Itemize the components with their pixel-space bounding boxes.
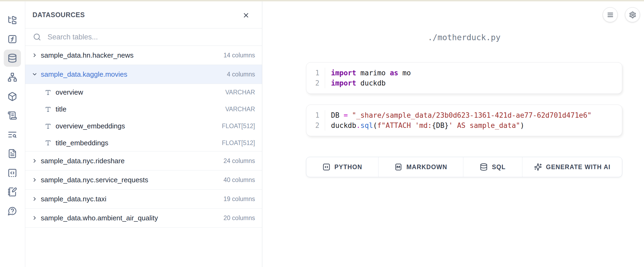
column-count: 40 columns (223, 176, 255, 184)
folder-tree-icon (8, 15, 17, 25)
token-pl (348, 111, 352, 119)
column-count: 20 columns (223, 214, 255, 222)
table-search-bar (25, 28, 262, 46)
rail-item-packages[interactable] (4, 88, 21, 105)
code-line: duckdb.sql(f"ATTACH 'md:{DB}' AS sample_… (331, 120, 622, 131)
column-name: title (56, 105, 66, 113)
file-text-icon (8, 149, 17, 158)
message-question-icon (8, 206, 17, 216)
line-number-gutter: 12 (306, 68, 325, 88)
rail-item-file-explorer[interactable] (4, 12, 21, 29)
cell-editor: 12import marimo as moimport duckdb (306, 68, 622, 88)
notebook-pen-icon (8, 187, 17, 197)
chevron-right-icon (32, 158, 38, 164)
rail-item-dependencies[interactable] (4, 69, 21, 86)
token-fn: sql (361, 121, 373, 129)
column-count: 19 columns (223, 195, 255, 203)
datasources-panel: DATASOURCES sample_data.hn.hacker_news14… (25, 1, 262, 267)
token-op: . (356, 121, 361, 129)
token-pl: marimo (356, 69, 390, 77)
datasource-table-row[interactable]: sample_data.nyc.rideshare24 columns (25, 151, 262, 170)
function-square-icon (8, 34, 17, 44)
type-icon (45, 123, 51, 129)
code-line: DB = "_share/sample_data/23b0d623-1361-4… (331, 110, 622, 120)
package-icon (8, 92, 17, 101)
token-pl: duckdb (356, 79, 386, 87)
rail-item-documentation[interactable] (4, 145, 21, 162)
token-pl: DB (331, 111, 344, 119)
rail-item-snippets[interactable] (4, 164, 21, 181)
add-cell-button-markdown[interactable]: MARKDOWN (379, 157, 463, 177)
rail-item-chat[interactable] (4, 202, 21, 220)
notebook-menu-button[interactable] (603, 7, 618, 22)
chevron-right-icon (32, 177, 38, 183)
column-type: VARCHAR (225, 106, 255, 113)
chevron-right-icon (32, 196, 38, 202)
rail-item-datasources[interactable] (4, 50, 21, 67)
token-kw: import (331, 69, 356, 77)
datasource-column-row[interactable]: overviewVARCHAR (25, 84, 262, 101)
close-panel-button[interactable] (241, 10, 251, 21)
add-cell-button-label: PYTHON (334, 164, 362, 171)
token-str: "_share/sample_data/23b0d623-1361-421d-a… (352, 111, 591, 119)
line-number: 2 (306, 120, 319, 131)
add-cell-button-generate-with-ai[interactable]: GENERATE WITH AI (522, 157, 622, 177)
add-cell-bar: PYTHONMARKDOWNSQLGENERATE WITH AI (306, 157, 622, 177)
code-line: import duckdb (331, 78, 622, 88)
column-type: FLOAT[512] (222, 139, 255, 147)
column-name: overview_embeddings (56, 122, 125, 130)
datasource-column-row[interactable]: title_embeddingsFLOAT[512] (25, 135, 262, 151)
database-icon (8, 53, 17, 63)
add-cell-button-sql[interactable]: SQL (463, 157, 522, 177)
chevron-down-icon (32, 71, 38, 77)
datasource-table-row[interactable]: sample_data.who.ambient_air_quality20 co… (25, 209, 262, 228)
database-icon (480, 163, 488, 171)
column-name: title_embeddings (56, 139, 108, 147)
column-count: 14 columns (223, 52, 255, 59)
token-op: = (344, 111, 348, 119)
sparkles-icon (534, 163, 542, 171)
rail-item-tracing[interactable] (4, 126, 21, 143)
code-cell[interactable]: 12import marimo as moimport duckdb (306, 62, 622, 94)
token-pl: mo (398, 69, 411, 77)
code-cell[interactable]: 12DB = "_share/sample_data/23b0d623-1361… (306, 105, 622, 136)
datasource-table-row[interactable]: sample_data.hn.hacker_news14 columns (25, 46, 262, 65)
rail-item-variables[interactable] (4, 31, 21, 48)
chevron-right-icon (32, 52, 38, 58)
table-name: sample_data.hn.hacker_news (41, 51, 133, 60)
add-cell-button-python[interactable]: PYTHON (306, 157, 379, 177)
rail-item-logs[interactable] (4, 107, 21, 124)
column-type: FLOAT[512] (222, 123, 255, 130)
code-area: DB = "_share/sample_data/23b0d623-1361-4… (325, 110, 622, 131)
datasource-table-row[interactable]: sample_data.nyc.service_requests40 colum… (25, 170, 262, 190)
datasources-panel-header: DATASOURCES (25, 1, 262, 28)
datasource-table-row[interactable]: sample_data.kaggle.movies4 columns (25, 65, 262, 84)
add-cell-button-label: MARKDOWN (406, 164, 447, 171)
chevron-right-icon (32, 215, 38, 221)
token-kw: as (390, 69, 398, 77)
table-name: sample_data.who.ambient_air_quality (41, 214, 158, 222)
code-line: import marimo as mo (331, 68, 622, 78)
token-pl: duckdb (331, 121, 356, 129)
rail-item-scratchpad[interactable] (4, 183, 21, 201)
search-icon (33, 33, 41, 41)
panel-title: DATASOURCES (32, 11, 85, 19)
settings-button[interactable] (625, 7, 640, 22)
column-count: 24 columns (223, 157, 255, 165)
datasource-column-row[interactable]: titleVARCHAR (25, 101, 262, 118)
table-name: sample_data.nyc.rideshare (41, 157, 125, 165)
network-icon (8, 72, 17, 82)
search-input[interactable] (47, 33, 262, 42)
line-number: 2 (306, 78, 319, 88)
datasource-column-row[interactable]: overview_embeddingsFLOAT[512] (25, 118, 262, 135)
datasource-table-row[interactable]: sample_data.nyc.taxi19 columns (25, 190, 262, 209)
table-list: sample_data.hn.hacker_news14 columnssamp… (25, 46, 262, 228)
add-cell-button-label: SQL (492, 164, 505, 171)
table-name: sample_data.nyc.service_requests (41, 176, 148, 184)
type-icon (45, 106, 51, 113)
notebook-filename[interactable]: ./motherduck.py (306, 33, 622, 42)
line-number: 1 (306, 68, 319, 78)
line-number: 1 (306, 110, 319, 120)
code-square-icon (322, 163, 330, 171)
add-cell-button-label: GENERATE WITH AI (546, 164, 611, 171)
